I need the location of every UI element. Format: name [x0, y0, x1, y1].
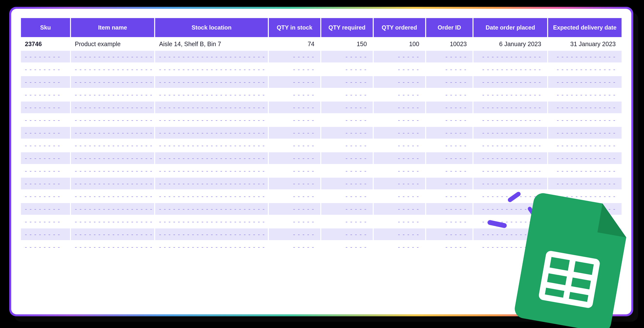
- cell-placeholder[interactable]: - - - - -: [321, 165, 373, 177]
- cell-placeholder[interactable]: - - - - - - - - - - - - - - - - -: [71, 140, 154, 151]
- cell-placeholder[interactable]: - - - - - - - - - - - - - - - - - - - - …: [155, 102, 268, 113]
- col-qty-ord[interactable]: QTY ordered: [374, 18, 425, 37]
- cell-placeholder[interactable]: - - - - -: [426, 64, 473, 75]
- cell-placeholder[interactable]: - - - - -: [269, 165, 320, 177]
- table-row[interactable]: 23746 Product example Aisle 14, Shelf B,…: [21, 38, 622, 50]
- cell-placeholder[interactable]: - - - - - - - -: [21, 140, 70, 151]
- cell-placeholder[interactable]: - - - - -: [374, 165, 425, 177]
- col-item-name[interactable]: Item name: [71, 18, 154, 37]
- cell-placeholder[interactable]: - - - - -: [426, 76, 473, 88]
- cell-placeholder[interactable]: - - - - - - - - - - - - -: [474, 64, 547, 75]
- col-sku[interactable]: Sku: [21, 18, 70, 37]
- cell-placeholder[interactable]: - - - - -: [374, 140, 425, 151]
- table-row-empty[interactable]: - - - - - - - -- - - - - - - - - - - - -…: [21, 140, 622, 151]
- cell-placeholder[interactable]: - - - - -: [269, 89, 320, 101]
- cell-placeholder[interactable]: - - - - -: [321, 102, 373, 113]
- cell-placeholder[interactable]: - - - - -: [321, 178, 373, 189]
- cell-placeholder[interactable]: - - - - -: [426, 114, 473, 126]
- cell-placeholder[interactable]: - - - - -: [269, 140, 320, 151]
- cell-placeholder[interactable]: - - - - -: [269, 127, 320, 139]
- cell-placeholder[interactable]: - - - - -: [269, 64, 320, 75]
- cell-placeholder[interactable]: - - - - -: [269, 190, 320, 202]
- cell-placeholder[interactable]: - - - - -: [374, 178, 425, 189]
- cell-item-name[interactable]: Product example: [71, 38, 154, 50]
- table-row-empty[interactable]: - - - - - - - -- - - - - - - - - - - - -…: [21, 127, 622, 139]
- cell-placeholder[interactable]: - - - - - - - - - - - - -: [474, 89, 547, 101]
- cell-placeholder[interactable]: - - - - - - - - - - - - - - - - - - - - …: [155, 216, 268, 227]
- cell-placeholder[interactable]: - - - - - - - -: [21, 178, 70, 189]
- cell-placeholder[interactable]: - - - - - - - - - - - - - - - - -: [71, 228, 154, 240]
- cell-placeholder[interactable]: - - - - - - - - - - - - -: [548, 114, 622, 126]
- cell-placeholder[interactable]: - - - - -: [269, 51, 320, 63]
- cell-placeholder[interactable]: - - - - -: [269, 203, 320, 215]
- table-row-empty[interactable]: - - - - - - - -- - - - - - - - - - - - -…: [21, 76, 622, 88]
- cell-expected-delivery[interactable]: 31 January 2023: [548, 38, 622, 50]
- table-row-empty[interactable]: - - - - - - - -- - - - - - - - - - - - -…: [21, 64, 622, 75]
- cell-placeholder[interactable]: - - - - - - - -: [21, 152, 70, 164]
- cell-placeholder[interactable]: - - - - -: [426, 89, 473, 101]
- cell-qty-ordered[interactable]: 100: [374, 38, 425, 50]
- cell-placeholder[interactable]: - - - - -: [374, 89, 425, 101]
- cell-placeholder[interactable]: - - - - - - - - - - - - - - - - - - - - …: [155, 64, 268, 75]
- col-qty-stock[interactable]: QTY in stock: [269, 18, 320, 37]
- cell-placeholder[interactable]: - - - - - - - - - - - - -: [474, 178, 547, 189]
- cell-placeholder[interactable]: - - - - - - - - - - - - -: [548, 152, 622, 164]
- cell-placeholder[interactable]: - - - - - - - - - - - - - - - - -: [71, 102, 154, 113]
- cell-placeholder[interactable]: - - - - -: [426, 241, 473, 253]
- cell-placeholder[interactable]: - - - - -: [321, 152, 373, 164]
- cell-placeholder[interactable]: - - - - - - - - - - - - - - - - - - - - …: [155, 178, 268, 189]
- cell-placeholder[interactable]: - - - - -: [269, 152, 320, 164]
- col-exp-delivery[interactable]: Expected delivery date: [548, 18, 622, 37]
- col-order-id[interactable]: Order ID: [426, 18, 473, 37]
- cell-placeholder[interactable]: - - - - -: [426, 178, 473, 189]
- cell-placeholder[interactable]: - - - - - - - - - - - - -: [548, 165, 622, 177]
- cell-placeholder[interactable]: - - - - -: [321, 89, 373, 101]
- cell-placeholder[interactable]: - - - - -: [321, 114, 373, 126]
- cell-placeholder[interactable]: - - - - - - - - - - - - - - - - -: [71, 64, 154, 75]
- cell-placeholder[interactable]: - - - - -: [269, 241, 320, 253]
- cell-placeholder[interactable]: - - - - -: [374, 190, 425, 202]
- cell-placeholder[interactable]: - - - - - - - - - - - - - - - - -: [71, 178, 154, 189]
- cell-placeholder[interactable]: - - - - - - - - - - - - - - - - - - - - …: [155, 127, 268, 139]
- cell-placeholder[interactable]: - - - - -: [269, 76, 320, 88]
- cell-placeholder[interactable]: - - - - -: [374, 152, 425, 164]
- cell-placeholder[interactable]: - - - - - - - - - - - - -: [474, 127, 547, 139]
- cell-placeholder[interactable]: - - - - -: [321, 127, 373, 139]
- cell-placeholder[interactable]: - - - - - - - -: [21, 102, 70, 113]
- cell-placeholder[interactable]: - - - - - - - - - - - - -: [474, 102, 547, 113]
- cell-date-order-placed[interactable]: 6 January 2023: [474, 38, 547, 50]
- cell-placeholder[interactable]: - - - - - - - -: [21, 228, 70, 240]
- col-stock-loc[interactable]: Stock location: [155, 18, 268, 37]
- cell-placeholder[interactable]: - - - - - - - - - - - - -: [474, 76, 547, 88]
- table-row-empty[interactable]: - - - - - - - -- - - - - - - - - - - - -…: [21, 114, 622, 126]
- cell-placeholder[interactable]: - - - - - - - - - - - - -: [548, 64, 622, 75]
- cell-placeholder[interactable]: - - - - - - - - - - - - - - - - -: [71, 89, 154, 101]
- cell-placeholder[interactable]: - - - - -: [374, 76, 425, 88]
- cell-placeholder[interactable]: - - - - -: [426, 228, 473, 240]
- cell-placeholder[interactable]: - - - - -: [426, 140, 473, 151]
- cell-placeholder[interactable]: - - - - -: [321, 76, 373, 88]
- cell-placeholder[interactable]: - - - - - - - - - - - - -: [474, 114, 547, 126]
- cell-placeholder[interactable]: - - - - -: [374, 127, 425, 139]
- cell-placeholder[interactable]: - - - - - - - - - - - - - - - - - - - - …: [155, 89, 268, 101]
- table-row-empty[interactable]: - - - - - - - -- - - - - - - - - - - - -…: [21, 178, 622, 189]
- col-qty-req[interactable]: QTY required: [321, 18, 373, 37]
- cell-placeholder[interactable]: - - - - - - - - - - - - - - - - -: [71, 216, 154, 227]
- cell-stock-location[interactable]: Aisle 14, Shelf B, Bin 7: [155, 38, 268, 50]
- cell-placeholder[interactable]: - - - - -: [321, 216, 373, 227]
- cell-placeholder[interactable]: - - - - -: [321, 241, 373, 253]
- cell-placeholder[interactable]: - - - - - - - - - - - - - - - - -: [71, 114, 154, 126]
- cell-placeholder[interactable]: - - - - - - - -: [21, 114, 70, 126]
- cell-placeholder[interactable]: - - - - - - - - - - - - - - - - -: [71, 127, 154, 139]
- col-date-placed[interactable]: Date order placed: [474, 18, 547, 37]
- cell-placeholder[interactable]: - - - - -: [426, 127, 473, 139]
- cell-placeholder[interactable]: - - - - - - - -: [21, 76, 70, 88]
- cell-placeholder[interactable]: - - - - - - - - - - - - -: [474, 152, 547, 164]
- cell-placeholder[interactable]: - - - - - - - - - - - - -: [474, 140, 547, 151]
- cell-placeholder[interactable]: - - - - - - - - - - - - -: [548, 51, 622, 63]
- cell-placeholder[interactable]: - - - - -: [426, 152, 473, 164]
- cell-placeholder[interactable]: - - - - - - - -: [21, 165, 70, 177]
- table-row-empty[interactable]: - - - - - - - -- - - - - - - - - - - - -…: [21, 165, 622, 177]
- cell-placeholder[interactable]: - - - - - - - - - - - - -: [474, 165, 547, 177]
- cell-placeholder[interactable]: - - - - -: [269, 114, 320, 126]
